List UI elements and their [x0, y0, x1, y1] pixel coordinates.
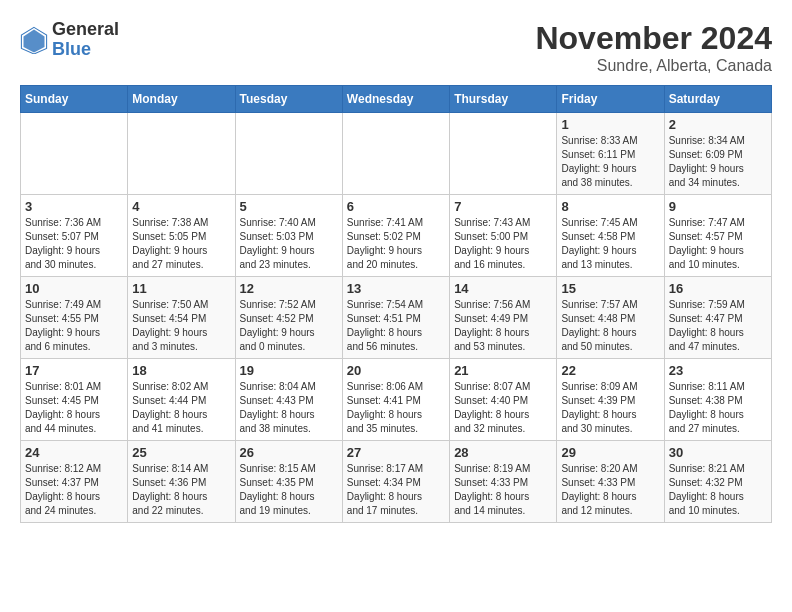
day-info: Sunrise: 8:33 AM Sunset: 6:11 PM Dayligh…: [561, 134, 659, 190]
calendar-cell: 17Sunrise: 8:01 AM Sunset: 4:45 PM Dayli…: [21, 359, 128, 441]
day-info: Sunrise: 7:43 AM Sunset: 5:00 PM Dayligh…: [454, 216, 552, 272]
day-info: Sunrise: 8:34 AM Sunset: 6:09 PM Dayligh…: [669, 134, 767, 190]
day-number: 15: [561, 281, 659, 296]
calendar-cell: 9Sunrise: 7:47 AM Sunset: 4:57 PM Daylig…: [664, 195, 771, 277]
day-info: Sunrise: 7:41 AM Sunset: 5:02 PM Dayligh…: [347, 216, 445, 272]
page-header: General Blue November 2024 Sundre, Alber…: [20, 20, 772, 75]
day-info: Sunrise: 7:57 AM Sunset: 4:48 PM Dayligh…: [561, 298, 659, 354]
day-info: Sunrise: 8:20 AM Sunset: 4:33 PM Dayligh…: [561, 462, 659, 518]
day-number: 12: [240, 281, 338, 296]
calendar-cell: 2Sunrise: 8:34 AM Sunset: 6:09 PM Daylig…: [664, 113, 771, 195]
day-info: Sunrise: 8:19 AM Sunset: 4:33 PM Dayligh…: [454, 462, 552, 518]
day-number: 16: [669, 281, 767, 296]
day-number: 24: [25, 445, 123, 460]
day-info: Sunrise: 7:59 AM Sunset: 4:47 PM Dayligh…: [669, 298, 767, 354]
day-info: Sunrise: 8:11 AM Sunset: 4:38 PM Dayligh…: [669, 380, 767, 436]
calendar-cell: 24Sunrise: 8:12 AM Sunset: 4:37 PM Dayli…: [21, 441, 128, 523]
logo-blue: Blue: [52, 40, 119, 60]
day-info: Sunrise: 8:06 AM Sunset: 4:41 PM Dayligh…: [347, 380, 445, 436]
day-number: 23: [669, 363, 767, 378]
day-number: 27: [347, 445, 445, 460]
calendar-cell: [235, 113, 342, 195]
day-info: Sunrise: 7:56 AM Sunset: 4:49 PM Dayligh…: [454, 298, 552, 354]
logo-icon: [20, 26, 48, 54]
day-info: Sunrise: 8:21 AM Sunset: 4:32 PM Dayligh…: [669, 462, 767, 518]
day-number: 20: [347, 363, 445, 378]
col-header-thursday: Thursday: [450, 86, 557, 113]
calendar-cell: 30Sunrise: 8:21 AM Sunset: 4:32 PM Dayli…: [664, 441, 771, 523]
calendar-cell: 1Sunrise: 8:33 AM Sunset: 6:11 PM Daylig…: [557, 113, 664, 195]
calendar-cell: [450, 113, 557, 195]
day-info: Sunrise: 8:01 AM Sunset: 4:45 PM Dayligh…: [25, 380, 123, 436]
calendar-cell: 7Sunrise: 7:43 AM Sunset: 5:00 PM Daylig…: [450, 195, 557, 277]
calendar-cell: 6Sunrise: 7:41 AM Sunset: 5:02 PM Daylig…: [342, 195, 449, 277]
title-area: November 2024 Sundre, Alberta, Canada: [535, 20, 772, 75]
month-title: November 2024: [535, 20, 772, 57]
calendar-cell: 26Sunrise: 8:15 AM Sunset: 4:35 PM Dayli…: [235, 441, 342, 523]
day-info: Sunrise: 7:52 AM Sunset: 4:52 PM Dayligh…: [240, 298, 338, 354]
col-header-wednesday: Wednesday: [342, 86, 449, 113]
calendar-week-row: 3Sunrise: 7:36 AM Sunset: 5:07 PM Daylig…: [21, 195, 772, 277]
day-info: Sunrise: 8:17 AM Sunset: 4:34 PM Dayligh…: [347, 462, 445, 518]
logo-general: General: [52, 20, 119, 40]
day-number: 26: [240, 445, 338, 460]
col-header-monday: Monday: [128, 86, 235, 113]
day-number: 6: [347, 199, 445, 214]
calendar-header-row: SundayMondayTuesdayWednesdayThursdayFrid…: [21, 86, 772, 113]
calendar-cell: 18Sunrise: 8:02 AM Sunset: 4:44 PM Dayli…: [128, 359, 235, 441]
day-number: 9: [669, 199, 767, 214]
day-info: Sunrise: 7:45 AM Sunset: 4:58 PM Dayligh…: [561, 216, 659, 272]
calendar-cell: 12Sunrise: 7:52 AM Sunset: 4:52 PM Dayli…: [235, 277, 342, 359]
day-info: Sunrise: 8:07 AM Sunset: 4:40 PM Dayligh…: [454, 380, 552, 436]
day-info: Sunrise: 7:40 AM Sunset: 5:03 PM Dayligh…: [240, 216, 338, 272]
calendar-body: 1Sunrise: 8:33 AM Sunset: 6:11 PM Daylig…: [21, 113, 772, 523]
day-info: Sunrise: 7:49 AM Sunset: 4:55 PM Dayligh…: [25, 298, 123, 354]
calendar-cell: 25Sunrise: 8:14 AM Sunset: 4:36 PM Dayli…: [128, 441, 235, 523]
calendar-week-row: 17Sunrise: 8:01 AM Sunset: 4:45 PM Dayli…: [21, 359, 772, 441]
calendar-cell: 15Sunrise: 7:57 AM Sunset: 4:48 PM Dayli…: [557, 277, 664, 359]
day-info: Sunrise: 8:09 AM Sunset: 4:39 PM Dayligh…: [561, 380, 659, 436]
calendar-table: SundayMondayTuesdayWednesdayThursdayFrid…: [20, 85, 772, 523]
col-header-tuesday: Tuesday: [235, 86, 342, 113]
day-number: 14: [454, 281, 552, 296]
day-number: 4: [132, 199, 230, 214]
day-number: 13: [347, 281, 445, 296]
logo: General Blue: [20, 20, 119, 60]
day-info: Sunrise: 7:50 AM Sunset: 4:54 PM Dayligh…: [132, 298, 230, 354]
day-number: 30: [669, 445, 767, 460]
calendar-cell: 8Sunrise: 7:45 AM Sunset: 4:58 PM Daylig…: [557, 195, 664, 277]
calendar-cell: 14Sunrise: 7:56 AM Sunset: 4:49 PM Dayli…: [450, 277, 557, 359]
day-number: 7: [454, 199, 552, 214]
day-number: 11: [132, 281, 230, 296]
day-number: 29: [561, 445, 659, 460]
calendar-cell: 21Sunrise: 8:07 AM Sunset: 4:40 PM Dayli…: [450, 359, 557, 441]
col-header-friday: Friday: [557, 86, 664, 113]
col-header-saturday: Saturday: [664, 86, 771, 113]
day-number: 2: [669, 117, 767, 132]
svg-marker-0: [24, 29, 45, 52]
calendar-cell: 29Sunrise: 8:20 AM Sunset: 4:33 PM Dayli…: [557, 441, 664, 523]
calendar-cell: 22Sunrise: 8:09 AM Sunset: 4:39 PM Dayli…: [557, 359, 664, 441]
calendar-cell: 13Sunrise: 7:54 AM Sunset: 4:51 PM Dayli…: [342, 277, 449, 359]
day-number: 3: [25, 199, 123, 214]
day-info: Sunrise: 7:36 AM Sunset: 5:07 PM Dayligh…: [25, 216, 123, 272]
day-info: Sunrise: 8:02 AM Sunset: 4:44 PM Dayligh…: [132, 380, 230, 436]
calendar-week-row: 1Sunrise: 8:33 AM Sunset: 6:11 PM Daylig…: [21, 113, 772, 195]
calendar-cell: 3Sunrise: 7:36 AM Sunset: 5:07 PM Daylig…: [21, 195, 128, 277]
day-number: 17: [25, 363, 123, 378]
day-number: 10: [25, 281, 123, 296]
day-number: 21: [454, 363, 552, 378]
calendar-cell: 11Sunrise: 7:50 AM Sunset: 4:54 PM Dayli…: [128, 277, 235, 359]
calendar-week-row: 24Sunrise: 8:12 AM Sunset: 4:37 PM Dayli…: [21, 441, 772, 523]
day-info: Sunrise: 7:47 AM Sunset: 4:57 PM Dayligh…: [669, 216, 767, 272]
day-number: 8: [561, 199, 659, 214]
day-number: 22: [561, 363, 659, 378]
day-info: Sunrise: 8:12 AM Sunset: 4:37 PM Dayligh…: [25, 462, 123, 518]
location-subtitle: Sundre, Alberta, Canada: [535, 57, 772, 75]
calendar-cell: [128, 113, 235, 195]
day-number: 25: [132, 445, 230, 460]
calendar-cell: 5Sunrise: 7:40 AM Sunset: 5:03 PM Daylig…: [235, 195, 342, 277]
calendar-cell: 27Sunrise: 8:17 AM Sunset: 4:34 PM Dayli…: [342, 441, 449, 523]
day-info: Sunrise: 7:38 AM Sunset: 5:05 PM Dayligh…: [132, 216, 230, 272]
calendar-cell: [342, 113, 449, 195]
